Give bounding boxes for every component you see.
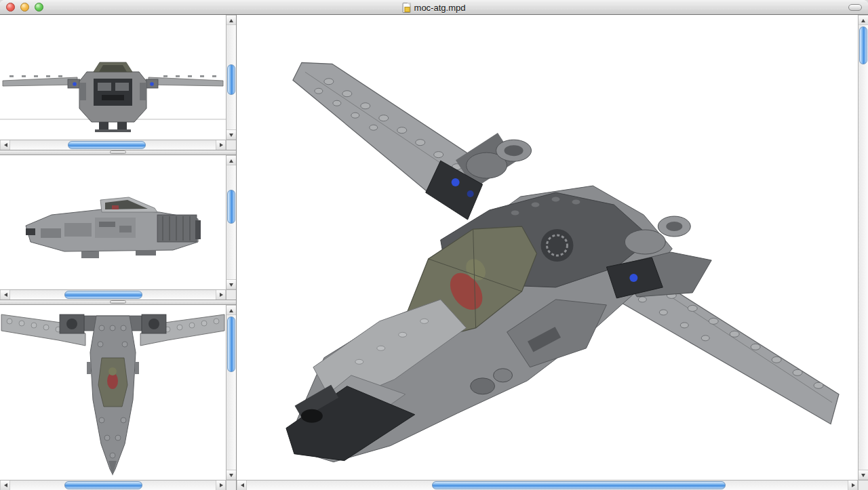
splitter-grip[interactable] xyxy=(110,150,126,154)
title-group: moc-atg.mpd xyxy=(403,0,466,15)
scroll-thumb[interactable] xyxy=(227,317,235,372)
lego-model-side-view xyxy=(0,155,226,289)
scrollbar-corner xyxy=(226,140,236,150)
top-vertical-scrollbar[interactable] xyxy=(226,305,236,480)
document-icon xyxy=(403,3,411,13)
scroll-down-arrow[interactable] xyxy=(859,470,868,480)
scroll-left-arrow[interactable] xyxy=(237,481,247,490)
lego-model-top-view xyxy=(0,305,226,480)
perspective-horizontal-scrollbar[interactable] xyxy=(237,480,858,490)
scroll-down-arrow[interactable] xyxy=(226,129,236,140)
viewport-top-pane xyxy=(0,305,236,490)
scroll-left-arrow[interactable] xyxy=(0,140,10,150)
scroll-thumb[interactable] xyxy=(64,291,142,299)
scroll-thumb[interactable] xyxy=(227,190,235,224)
perspective-view-canvas[interactable] xyxy=(237,15,858,480)
front-horizontal-scrollbar[interactable] xyxy=(0,140,226,150)
scroll-up-arrow[interactable] xyxy=(226,15,236,25)
scroll-down-arrow[interactable] xyxy=(226,279,236,289)
zoom-button[interactable] xyxy=(35,3,43,12)
scroll-track[interactable] xyxy=(859,25,868,470)
scroll-right-arrow[interactable] xyxy=(848,481,858,490)
scrollbar-corner xyxy=(226,480,236,490)
scroll-down-arrow[interactable] xyxy=(226,470,236,480)
scroll-right-arrow[interactable] xyxy=(216,140,226,150)
scroll-up-arrow[interactable] xyxy=(859,15,868,25)
side-vertical-scrollbar[interactable] xyxy=(226,155,236,289)
pane-splitter[interactable] xyxy=(0,150,236,155)
scroll-right-arrow[interactable] xyxy=(216,481,226,490)
scroll-thumb[interactable] xyxy=(859,26,867,64)
viewport-perspective-pane xyxy=(236,15,868,490)
viewport-front-pane xyxy=(0,15,236,150)
titlebar[interactable]: moc-atg.mpd xyxy=(0,0,868,15)
app-window: moc-atg.mpd xyxy=(0,0,868,490)
top-view-canvas[interactable] xyxy=(0,305,226,480)
scroll-track[interactable] xyxy=(226,165,236,279)
scroll-track[interactable] xyxy=(10,140,216,150)
scroll-up-arrow[interactable] xyxy=(226,155,236,165)
front-view-canvas[interactable] xyxy=(0,15,226,140)
scroll-thumb[interactable] xyxy=(68,141,146,149)
scrollbar-corner xyxy=(226,289,236,300)
minimize-button[interactable] xyxy=(20,3,29,12)
close-button[interactable] xyxy=(6,3,15,12)
scroll-track[interactable] xyxy=(226,315,236,470)
scroll-right-arrow[interactable] xyxy=(216,290,226,300)
front-vertical-scrollbar[interactable] xyxy=(226,15,236,140)
top-horizontal-scrollbar[interactable] xyxy=(0,480,226,490)
scrollbar-corner xyxy=(858,480,868,490)
scroll-left-arrow[interactable] xyxy=(0,290,10,300)
scroll-thumb[interactable] xyxy=(64,481,142,489)
scroll-track[interactable] xyxy=(226,25,236,129)
pane-splitter[interactable] xyxy=(0,300,236,305)
scroll-thumb[interactable] xyxy=(227,64,235,95)
perspective-vertical-scrollbar[interactable] xyxy=(858,15,868,480)
scroll-track[interactable] xyxy=(247,481,848,490)
side-horizontal-scrollbar[interactable] xyxy=(0,289,226,300)
lego-model-front-view xyxy=(0,15,226,140)
scroll-track[interactable] xyxy=(10,290,216,300)
window-title: moc-atg.mpd xyxy=(414,3,466,13)
toolbar-toggle-button[interactable] xyxy=(848,4,862,11)
scroll-thumb[interactable] xyxy=(432,481,726,489)
scroll-left-arrow[interactable] xyxy=(0,481,10,490)
side-view-canvas[interactable] xyxy=(0,155,226,289)
scroll-track[interactable] xyxy=(10,481,216,490)
scroll-up-arrow[interactable] xyxy=(226,305,236,315)
window-controls xyxy=(6,3,43,12)
viewport-side-pane xyxy=(0,155,236,300)
splitter-grip[interactable] xyxy=(110,300,126,304)
lego-model-perspective-view xyxy=(237,15,858,480)
